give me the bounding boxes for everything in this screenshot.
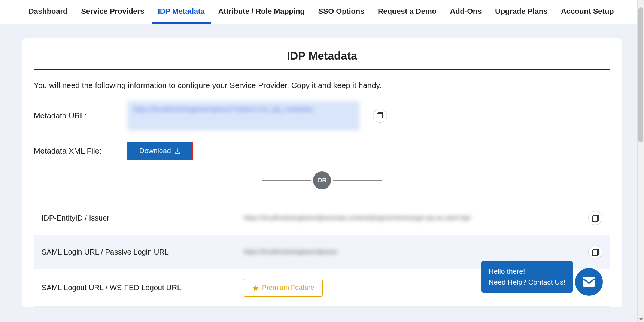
download-button[interactable]: Download	[127, 142, 193, 160]
scrollbar[interactable]	[637, 0, 644, 322]
svg-rect-0	[583, 277, 595, 286]
chat-tooltip: Hello there! Need Help? Contact Us!	[481, 261, 573, 293]
description-text: You will need the following information …	[34, 81, 610, 90]
or-badge: OR	[313, 171, 331, 189]
tab-attribute-role-mapping[interactable]: Attribute / Role Mapping	[212, 0, 311, 24]
saml-login-url-label: SAML Login URL / Passive Login URL	[42, 248, 244, 256]
chat-line1: Hello there!	[489, 266, 565, 277]
mail-icon	[581, 274, 596, 289]
metadata-xml-row: Metadata XML File: Download	[34, 142, 610, 160]
copy-icon	[377, 112, 383, 119]
chat-button[interactable]	[575, 268, 603, 296]
tab-account-setup[interactable]: Account Setup	[555, 0, 620, 24]
scrollbar-thumb[interactable]	[638, 7, 643, 142]
copy-icon	[592, 215, 598, 221]
title-divider	[34, 69, 610, 70]
tab-upgrade-plans[interactable]: Upgrade Plans	[489, 0, 553, 24]
metadata-url-value[interactable]: https://localhost/singlewordpress/?optio…	[127, 101, 359, 130]
metadata-xml-label: Metadata XML File:	[34, 146, 127, 155]
chevron-down-icon[interactable]	[639, 318, 643, 321]
premium-feature-badge[interactable]: Premium Feature	[244, 279, 323, 297]
metadata-url-row: Metadata URL: https://localhost/singlewo…	[34, 101, 610, 130]
tab-add-ons[interactable]: Add-Ons	[444, 0, 487, 24]
premium-feature-label: Premium Feature	[262, 284, 314, 292]
tab-request-demo[interactable]: Request a Demo	[372, 0, 443, 24]
saml-login-url-value: https://localhost/singlewordpress/	[244, 248, 588, 256]
or-line-right	[333, 180, 382, 181]
or-line-left	[262, 180, 311, 181]
copy-metadata-url-button[interactable]	[373, 109, 387, 123]
saml-logout-url-label: SAML Logout URL / WS-FED Logout URL	[42, 283, 244, 292]
tab-sso-options[interactable]: SSO Options	[312, 0, 370, 24]
download-button-label: Download	[139, 147, 171, 155]
metadata-url-label: Metadata URL:	[34, 111, 127, 120]
tab-dashboard[interactable]: Dashboard	[22, 0, 73, 24]
idp-entityid-label: IDP-EntityID / Issuer	[42, 214, 244, 222]
tab-idp-metadata[interactable]: IDP Metadata	[152, 0, 210, 24]
copy-login-url-button[interactable]	[588, 245, 602, 259]
chat-line2: Need Help? Contact Us!	[489, 277, 565, 288]
table-row: IDP-EntityID / Issuer https://localhost/…	[34, 201, 610, 235]
copy-entityid-button[interactable]	[588, 211, 602, 225]
or-separator: OR	[34, 171, 610, 189]
tab-service-providers[interactable]: Service Providers	[75, 0, 150, 24]
copy-icon	[592, 249, 598, 255]
idp-entityid-value: https://localhost/singlewordpress/wp-con…	[244, 214, 588, 222]
page-title: IDP Metadata	[34, 49, 610, 69]
star-icon	[252, 285, 259, 291]
tabs-bar: Dashboard Service Providers IDP Metadata…	[0, 0, 644, 24]
download-icon	[174, 148, 181, 154]
